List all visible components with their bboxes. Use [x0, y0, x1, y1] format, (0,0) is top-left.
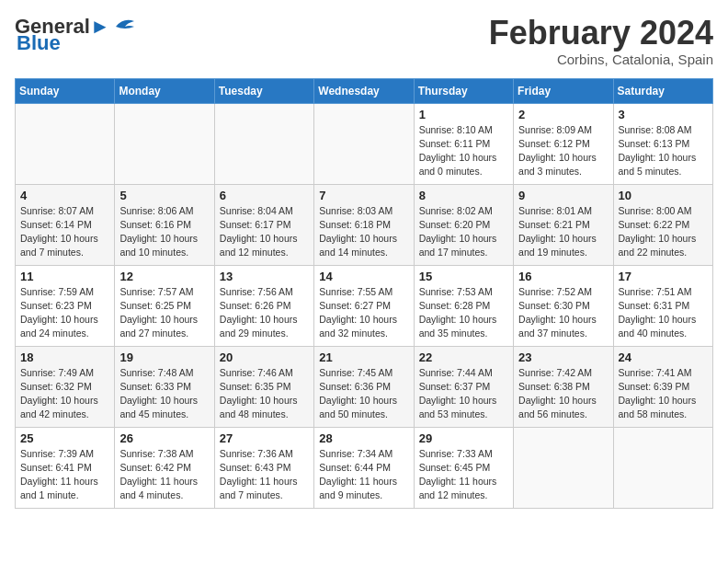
page-header: General► Blue February 2024 Corbins, Cat… [15, 15, 713, 67]
day-number: 11 [20, 270, 109, 283]
calendar-cell: 13Sunrise: 7:56 AM Sunset: 6:26 PM Dayli… [214, 265, 313, 346]
day-info: Sunrise: 7:36 AM Sunset: 6:43 PM Dayligh… [220, 447, 309, 503]
weekday-header: Monday [115, 78, 214, 103]
calendar-cell: 21Sunrise: 7:45 AM Sunset: 6:36 PM Dayli… [314, 346, 414, 427]
calendar-table: SundayMondayTuesdayWednesdayThursdayFrid… [15, 78, 713, 509]
calendar-cell [115, 103, 214, 184]
calendar-cell: 26Sunrise: 7:38 AM Sunset: 6:42 PM Dayli… [115, 427, 214, 508]
calendar-week-row: 1Sunrise: 8:10 AM Sunset: 6:11 PM Daylig… [16, 103, 713, 184]
calendar-cell: 10Sunrise: 8:00 AM Sunset: 6:22 PM Dayli… [613, 184, 712, 265]
weekday-header: Sunday [16, 78, 115, 103]
day-number: 8 [419, 189, 508, 202]
day-info: Sunrise: 8:03 AM Sunset: 6:18 PM Dayligh… [319, 204, 408, 260]
title-area: February 2024 Corbins, Catalonia, Spain [489, 15, 713, 67]
day-number: 7 [319, 189, 408, 202]
day-number: 23 [518, 350, 608, 364]
day-info: Sunrise: 7:52 AM Sunset: 6:30 PM Dayligh… [518, 285, 608, 341]
weekday-header: Friday [514, 78, 613, 103]
day-number: 25 [20, 431, 109, 445]
calendar-cell: 14Sunrise: 7:55 AM Sunset: 6:27 PM Dayli… [314, 265, 414, 346]
day-info: Sunrise: 8:02 AM Sunset: 6:20 PM Dayligh… [419, 204, 508, 260]
day-number: 5 [119, 189, 209, 202]
day-info: Sunrise: 8:06 AM Sunset: 6:16 PM Dayligh… [119, 204, 209, 260]
day-info: Sunrise: 7:38 AM Sunset: 6:42 PM Dayligh… [119, 447, 209, 503]
calendar-cell: 3Sunrise: 8:08 AM Sunset: 6:13 PM Daylig… [613, 103, 712, 184]
calendar-cell [16, 103, 115, 184]
day-number: 16 [518, 270, 608, 283]
day-number: 12 [119, 270, 209, 283]
calendar-cell: 16Sunrise: 7:52 AM Sunset: 6:30 PM Dayli… [514, 265, 613, 346]
calendar-cell: 1Sunrise: 8:10 AM Sunset: 6:11 PM Daylig… [414, 103, 513, 184]
day-info: Sunrise: 7:44 AM Sunset: 6:37 PM Dayligh… [419, 366, 508, 422]
day-number: 18 [20, 350, 109, 364]
day-number: 21 [319, 350, 408, 364]
day-number: 14 [319, 270, 408, 283]
day-number: 15 [419, 270, 508, 283]
calendar-cell: 27Sunrise: 7:36 AM Sunset: 6:43 PM Dayli… [214, 427, 313, 508]
logo-bird-icon [108, 17, 138, 38]
logo-subtitle: Blue [17, 31, 61, 55]
day-number: 20 [220, 350, 309, 364]
day-number: 24 [619, 350, 708, 364]
day-number: 9 [518, 189, 608, 202]
day-info: Sunrise: 8:08 AM Sunset: 6:13 PM Dayligh… [619, 123, 708, 179]
weekday-header: Tuesday [214, 78, 313, 103]
weekday-header: Saturday [613, 78, 712, 103]
day-info: Sunrise: 7:46 AM Sunset: 6:35 PM Dayligh… [220, 366, 309, 422]
calendar-cell: 7Sunrise: 8:03 AM Sunset: 6:18 PM Daylig… [314, 184, 414, 265]
day-number: 27 [220, 431, 309, 445]
day-info: Sunrise: 8:09 AM Sunset: 6:12 PM Dayligh… [518, 123, 608, 179]
day-info: Sunrise: 7:34 AM Sunset: 6:44 PM Dayligh… [319, 447, 408, 503]
day-number: 1 [419, 108, 508, 121]
weekday-header: Thursday [414, 78, 513, 103]
calendar-cell [613, 427, 712, 508]
day-info: Sunrise: 7:48 AM Sunset: 6:33 PM Dayligh… [119, 366, 209, 422]
weekday-header: Wednesday [314, 78, 414, 103]
day-info: Sunrise: 7:53 AM Sunset: 6:28 PM Dayligh… [419, 285, 508, 341]
location: Corbins, Catalonia, Spain [489, 52, 713, 67]
calendar-cell [214, 103, 313, 184]
calendar-cell: 6Sunrise: 8:04 AM Sunset: 6:17 PM Daylig… [214, 184, 313, 265]
day-number: 6 [220, 189, 309, 202]
day-info: Sunrise: 8:10 AM Sunset: 6:11 PM Dayligh… [419, 123, 508, 179]
day-info: Sunrise: 7:59 AM Sunset: 6:23 PM Dayligh… [20, 285, 109, 341]
day-number: 22 [419, 350, 508, 364]
day-number: 2 [518, 108, 608, 121]
calendar-cell: 9Sunrise: 8:01 AM Sunset: 6:21 PM Daylig… [514, 184, 613, 265]
calendar-cell: 28Sunrise: 7:34 AM Sunset: 6:44 PM Dayli… [314, 427, 414, 508]
day-info: Sunrise: 8:01 AM Sunset: 6:21 PM Dayligh… [518, 204, 608, 260]
calendar-cell: 11Sunrise: 7:59 AM Sunset: 6:23 PM Dayli… [16, 265, 115, 346]
logo: General► Blue [15, 15, 138, 55]
day-info: Sunrise: 7:45 AM Sunset: 6:36 PM Dayligh… [319, 366, 408, 422]
day-number: 26 [119, 431, 209, 445]
day-number: 13 [220, 270, 309, 283]
day-info: Sunrise: 7:39 AM Sunset: 6:41 PM Dayligh… [20, 447, 109, 503]
day-number: 3 [619, 108, 708, 121]
calendar-week-row: 4Sunrise: 8:07 AM Sunset: 6:14 PM Daylig… [16, 184, 713, 265]
calendar-cell: 19Sunrise: 7:48 AM Sunset: 6:33 PM Dayli… [115, 346, 214, 427]
calendar-week-row: 18Sunrise: 7:49 AM Sunset: 6:32 PM Dayli… [16, 346, 713, 427]
calendar-week-row: 25Sunrise: 7:39 AM Sunset: 6:41 PM Dayli… [16, 427, 713, 508]
day-info: Sunrise: 8:07 AM Sunset: 6:14 PM Dayligh… [20, 204, 109, 260]
calendar-cell: 22Sunrise: 7:44 AM Sunset: 6:37 PM Dayli… [414, 346, 513, 427]
day-number: 10 [619, 189, 708, 202]
calendar-cell: 12Sunrise: 7:57 AM Sunset: 6:25 PM Dayli… [115, 265, 214, 346]
day-info: Sunrise: 7:33 AM Sunset: 6:45 PM Dayligh… [419, 447, 508, 503]
calendar-cell [514, 427, 613, 508]
day-info: Sunrise: 7:42 AM Sunset: 6:38 PM Dayligh… [518, 366, 608, 422]
calendar-cell: 4Sunrise: 8:07 AM Sunset: 6:14 PM Daylig… [16, 184, 115, 265]
calendar-cell: 23Sunrise: 7:42 AM Sunset: 6:38 PM Dayli… [514, 346, 613, 427]
calendar-cell: 24Sunrise: 7:41 AM Sunset: 6:39 PM Dayli… [613, 346, 712, 427]
calendar-cell [314, 103, 414, 184]
calendar-header-row: SundayMondayTuesdayWednesdayThursdayFrid… [16, 78, 713, 103]
day-number: 17 [619, 270, 708, 283]
calendar-cell: 18Sunrise: 7:49 AM Sunset: 6:32 PM Dayli… [16, 346, 115, 427]
calendar-cell: 2Sunrise: 8:09 AM Sunset: 6:12 PM Daylig… [514, 103, 613, 184]
day-number: 4 [20, 189, 109, 202]
day-info: Sunrise: 7:55 AM Sunset: 6:27 PM Dayligh… [319, 285, 408, 341]
day-number: 29 [419, 431, 508, 445]
day-info: Sunrise: 7:49 AM Sunset: 6:32 PM Dayligh… [20, 366, 109, 422]
calendar-cell: 17Sunrise: 7:51 AM Sunset: 6:31 PM Dayli… [613, 265, 712, 346]
calendar-cell: 20Sunrise: 7:46 AM Sunset: 6:35 PM Dayli… [214, 346, 313, 427]
day-info: Sunrise: 7:51 AM Sunset: 6:31 PM Dayligh… [619, 285, 708, 341]
